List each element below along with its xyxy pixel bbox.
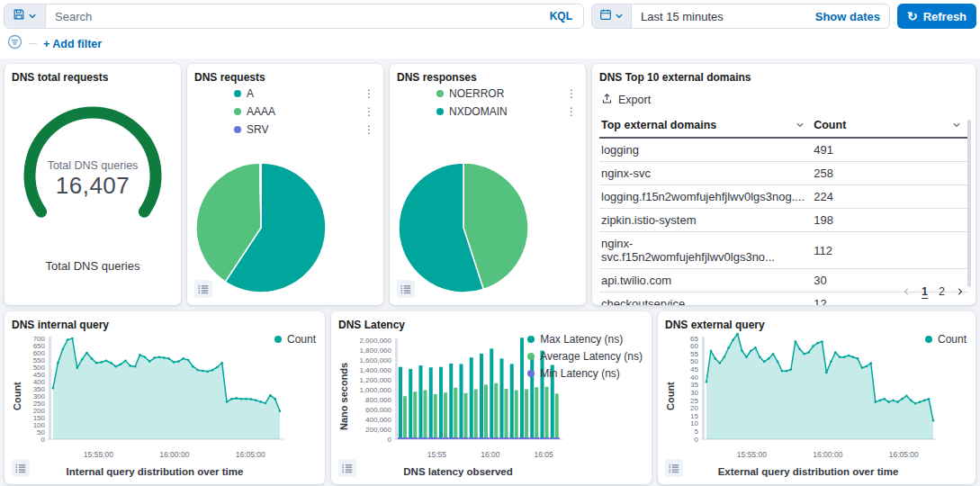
legend-label: Average Latency (ns) bbox=[540, 350, 643, 363]
panel-title[interactable]: DNS total requests bbox=[12, 71, 174, 84]
legend-label: A bbox=[247, 87, 254, 100]
legend-item-aaaa[interactable]: AAAA⋮ bbox=[234, 105, 376, 118]
legend-item-menu-icon[interactable]: ⋮ bbox=[362, 123, 376, 136]
query-bar: KQL Last 15 minutes Show dates ↻ Refresh bbox=[0, 0, 980, 29]
svg-text:16:05: 16:05 bbox=[535, 450, 554, 459]
svg-text:200,000: 200,000 bbox=[365, 426, 391, 434]
legend-toggle-button[interactable] bbox=[338, 459, 356, 477]
time-range-value[interactable]: Last 15 minutes bbox=[632, 4, 806, 28]
table-pagination: 12 bbox=[902, 285, 965, 298]
svg-text:2,000,000: 2,000,000 bbox=[359, 337, 391, 345]
legend-item-count[interactable]: Count bbox=[925, 333, 967, 346]
svg-text:15:55: 15:55 bbox=[427, 450, 447, 459]
chevron-down-icon bbox=[615, 8, 624, 24]
count-cell: 258 bbox=[812, 162, 968, 185]
svg-text:15:55:00: 15:55:00 bbox=[737, 450, 767, 459]
legend-toggle-button[interactable] bbox=[12, 459, 30, 477]
table-scrollbar[interactable] bbox=[967, 120, 971, 287]
legend-toggle-button[interactable] bbox=[194, 280, 212, 298]
legend-item-average-latency-ns-[interactable]: Average Latency (ns) bbox=[527, 350, 643, 363]
external-query-area-chart: 0510152025303540455055606515:55:0016:00:… bbox=[678, 333, 939, 463]
legend-item-menu-icon[interactable]: ⋮ bbox=[362, 105, 376, 118]
svg-text:16:05:00: 16:05:00 bbox=[889, 450, 919, 459]
gauge-value: 16,407 bbox=[12, 172, 174, 200]
list-icon bbox=[341, 463, 354, 473]
domains-table: Top external domains Count logging491ngi… bbox=[599, 114, 968, 305]
panel-title[interactable]: DNS responses bbox=[397, 71, 579, 84]
svg-text:60: 60 bbox=[690, 342, 698, 350]
chart-legend: Count bbox=[925, 333, 967, 346]
domain-cell: checkoutservice bbox=[599, 292, 812, 306]
svg-text:150: 150 bbox=[33, 414, 46, 422]
search-input[interactable] bbox=[46, 4, 539, 28]
legend-dot bbox=[527, 370, 535, 377]
svg-text:65: 65 bbox=[690, 335, 698, 343]
filter-funnel-icon[interactable] bbox=[7, 34, 22, 53]
legend-item-max-latency-ns-[interactable]: Max Latency (ns) bbox=[527, 333, 643, 346]
legend-item-menu-icon[interactable]: ⋮ bbox=[362, 87, 376, 100]
panel-title[interactable]: DNS Latency bbox=[338, 319, 644, 331]
svg-text:55: 55 bbox=[690, 350, 698, 358]
count-cell: 224 bbox=[812, 185, 968, 209]
legend-dot bbox=[274, 336, 282, 343]
svg-text:600,000: 600,000 bbox=[365, 406, 391, 414]
legend-label: Count bbox=[938, 333, 967, 346]
quick-select-menu-button[interactable] bbox=[592, 4, 632, 28]
column-header-domains[interactable]: Top external domains bbox=[599, 114, 812, 138]
panel-title[interactable]: DNS requests bbox=[194, 71, 376, 84]
panel-title[interactable]: DNS internal query bbox=[12, 319, 318, 331]
panel-title[interactable]: DNS Top 10 external domains bbox=[599, 71, 968, 84]
chart-legend: Count bbox=[274, 333, 316, 346]
legend-item-srv[interactable]: SRV⋮ bbox=[234, 123, 376, 136]
legend-item-noerror[interactable]: NOERROR⋮ bbox=[436, 87, 579, 100]
legend-label: Max Latency (ns) bbox=[540, 333, 623, 346]
domain-cell: api.twilio.com bbox=[599, 269, 812, 292]
svg-text:16:00:00: 16:00:00 bbox=[813, 450, 842, 459]
legend-item-menu-icon[interactable]: ⋮ bbox=[564, 105, 579, 118]
svg-text:400: 400 bbox=[33, 378, 46, 386]
legend-toggle-button[interactable] bbox=[397, 280, 415, 298]
svg-text:400,000: 400,000 bbox=[365, 416, 391, 424]
legend-item-count[interactable]: Count bbox=[274, 333, 316, 346]
table-row: logging.f15n2womfujehfjlwv0lgs3nog....22… bbox=[599, 185, 968, 209]
saved-query-menu-button[interactable] bbox=[4, 4, 46, 28]
svg-text:45: 45 bbox=[690, 365, 698, 374]
svg-text:550: 550 bbox=[33, 356, 46, 364]
search-bar: KQL bbox=[4, 4, 584, 29]
legend-item-a[interactable]: A⋮ bbox=[234, 87, 376, 100]
svg-text:16:05:00: 16:05:00 bbox=[236, 450, 265, 459]
svg-text:16:00: 16:00 bbox=[481, 450, 500, 459]
responses-pie-chart bbox=[397, 161, 530, 298]
show-dates-button[interactable]: Show dates bbox=[806, 4, 889, 28]
add-filter-button[interactable]: + Add filter bbox=[43, 38, 102, 50]
legend-label: NOERROR bbox=[449, 87, 504, 100]
svg-text:300: 300 bbox=[33, 392, 46, 400]
pagination-page-1[interactable]: 1 bbox=[922, 285, 928, 298]
svg-text:15: 15 bbox=[690, 412, 698, 420]
x-axis-title: External query distribution over time bbox=[678, 466, 939, 477]
column-header-count[interactable]: Count bbox=[812, 114, 968, 138]
export-button[interactable]: Export bbox=[601, 93, 664, 107]
panel-title[interactable]: DNS external query bbox=[665, 319, 968, 331]
export-icon bbox=[601, 93, 613, 107]
domain-cell: zipkin.istio-system bbox=[599, 209, 812, 232]
svg-text:800,000: 800,000 bbox=[365, 396, 391, 404]
svg-text:25: 25 bbox=[690, 397, 698, 405]
refresh-button[interactable]: ↻ Refresh bbox=[897, 4, 976, 29]
pagination-next-icon[interactable] bbox=[956, 287, 965, 296]
refresh-icon: ↻ bbox=[907, 10, 918, 22]
kql-language-button[interactable]: KQL bbox=[539, 4, 583, 28]
list-icon bbox=[668, 463, 680, 473]
legend-toggle-button[interactable] bbox=[665, 459, 683, 477]
pagination-page-2[interactable]: 2 bbox=[939, 285, 945, 298]
svg-text:35: 35 bbox=[690, 381, 698, 389]
y-axis-title: Nano seconds bbox=[338, 333, 351, 459]
total-queries-gauge: Total DNS queries 16,407 bbox=[12, 100, 174, 248]
legend-item-min-latency-ns-[interactable]: Min Latency (ns) bbox=[527, 367, 643, 380]
legend-item-nxdomain[interactable]: NXDOMAIN⋮ bbox=[436, 105, 579, 118]
svg-text:40: 40 bbox=[690, 374, 698, 382]
pagination-prev-icon[interactable] bbox=[902, 287, 911, 296]
dashboard: DNS total requests Total DNS queries 16,… bbox=[0, 58, 980, 486]
calendar-icon bbox=[599, 8, 612, 24]
legend-item-menu-icon[interactable]: ⋮ bbox=[564, 87, 579, 100]
